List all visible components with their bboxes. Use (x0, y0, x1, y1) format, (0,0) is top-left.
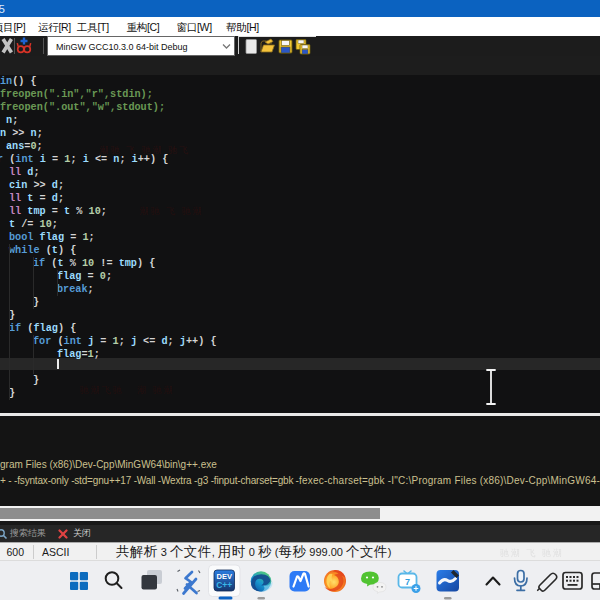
svg-text:C++: C++ (216, 580, 232, 590)
svg-text:7: 7 (405, 577, 410, 587)
